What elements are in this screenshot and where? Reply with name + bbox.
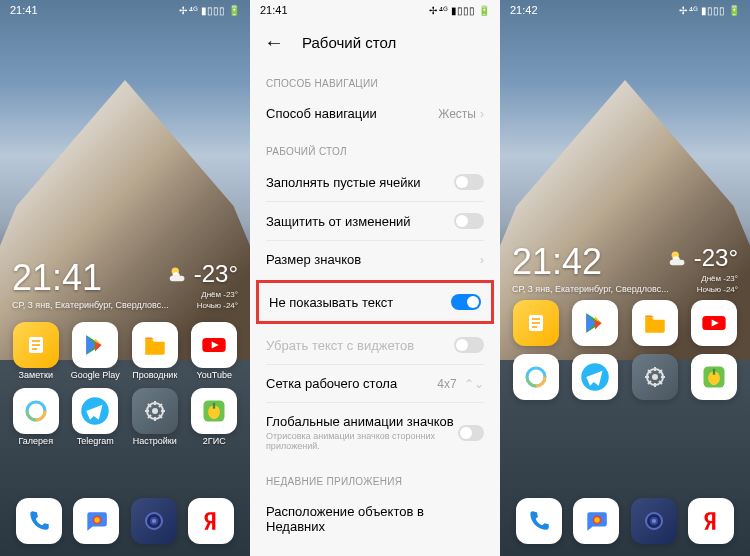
dock-ya[interactable] <box>688 498 734 544</box>
highlighted-row: Не показывать текст <box>256 280 494 324</box>
row-label: Сетка рабочего стола <box>266 376 397 391</box>
app-settings[interactable] <box>629 354 681 400</box>
dock-msg[interactable] <box>573 498 619 544</box>
notes-icon <box>513 300 559 346</box>
files-icon <box>132 322 178 368</box>
row-global-anim[interactable]: Глобальные анимации значков Отрисовка ан… <box>250 403 500 462</box>
row-recents-layout[interactable]: Расположение объектов в Недавних <box>250 493 500 538</box>
app-label: Проводник <box>132 370 177 380</box>
row-label: Не показывать текст <box>269 295 393 310</box>
app-play[interactable]: Google Play <box>70 322 122 380</box>
toggle-off[interactable] <box>458 425 484 441</box>
app-yt[interactable]: YouTube <box>189 322 241 380</box>
row-label: Расположение объектов в Недавних <box>266 504 484 534</box>
dock-cam[interactable] <box>131 498 177 544</box>
svg-rect-28 <box>713 369 715 375</box>
clock-date: СР, 3 янв, Екатеринбург, Свердловс... <box>512 284 669 294</box>
section-recents: НЕДАВНИЕ ПРИЛОЖЕНИЯ <box>250 462 500 493</box>
app-label: Telegram <box>77 436 114 446</box>
app-grid <box>510 300 740 400</box>
app-yt[interactable] <box>689 300 741 346</box>
app-grid: ЗаметкиGoogle PlayПроводникYouTubeГалере… <box>10 322 240 446</box>
yt-icon <box>691 300 737 346</box>
dock-phone[interactable] <box>16 498 62 544</box>
play-icon <box>572 300 618 346</box>
app-label: Галерея <box>18 436 53 446</box>
section-nav: СПОСОБ НАВИГАЦИИ <box>250 64 500 95</box>
app-notes[interactable] <box>510 300 562 346</box>
app-files[interactable] <box>629 300 681 346</box>
app-gallery[interactable]: Галерея <box>10 388 62 446</box>
weather-day: Днём -23° <box>167 290 238 299</box>
app-2gis[interactable] <box>689 354 741 400</box>
clock-date: СР, 3 янв, Екатеринбург, Свердловс... <box>12 300 169 310</box>
row-nav-method[interactable]: Способ навигации Жесты› <box>250 95 500 132</box>
settings-header: ← Рабочий стол <box>250 20 500 64</box>
dock <box>10 498 240 544</box>
weather-night: Ночью -24° <box>167 301 238 310</box>
clock-time: 21:42 <box>512 244 669 280</box>
updown-icon: ⌃⌄ <box>461 377 484 391</box>
svg-point-8 <box>152 408 158 414</box>
app-label: Google Play <box>71 370 120 380</box>
row-label: Защитить от изменений <box>266 214 411 229</box>
weather-temp: -23° <box>694 244 738 271</box>
row-sublabel: Отрисовка анимации значков сторонних при… <box>266 431 458 451</box>
status-time: 21:42 <box>510 4 538 16</box>
dock-phone[interactable] <box>516 498 562 544</box>
app-label: 2ГИС <box>203 436 226 446</box>
row-icon-size[interactable]: Размер значков › <box>250 241 500 278</box>
toggle-off[interactable] <box>454 174 484 190</box>
section-desktop: РАБОЧИЙ СТОЛ <box>250 132 500 163</box>
status-icons: ✢ ⁴ᴳ ▮▯▯▯ 🔋 <box>179 5 240 16</box>
phone-right-home: 21:42 ✢ ⁴ᴳ ▮▯▯▯ 🔋 21:42 СР, 3 янв, Екате… <box>500 0 750 556</box>
gallery-icon <box>13 388 59 434</box>
app-settings[interactable]: Настройки <box>129 388 181 446</box>
status-time: 21:41 <box>10 4 38 16</box>
row-grid[interactable]: Сетка рабочего стола 4x7 ⌃⌄ <box>250 365 500 402</box>
svg-point-30 <box>595 517 600 522</box>
app-2gis[interactable]: 2ГИС <box>189 388 241 446</box>
weather-widget[interactable]: -23° Днём -23° Ночью -24° <box>167 260 238 310</box>
clock-widget[interactable]: 21:42 СР, 3 янв, Екатеринбург, Свердловс… <box>512 244 669 294</box>
svg-point-13 <box>95 517 100 522</box>
row-fill-empty[interactable]: Заполнять пустые ячейки <box>250 163 500 201</box>
dock-cam[interactable] <box>631 498 677 544</box>
tg-icon <box>72 388 118 434</box>
svg-point-16 <box>152 519 156 523</box>
dock-msg[interactable] <box>73 498 119 544</box>
play-icon <box>72 322 118 368</box>
row-value: 4x7 <box>437 377 456 391</box>
app-notes[interactable]: Заметки <box>10 322 62 380</box>
app-files[interactable]: Проводник <box>129 322 181 380</box>
app-label: Заметки <box>19 370 53 380</box>
chevron-right-icon: › <box>480 107 484 121</box>
status-bar: 21:41 ✢ ⁴ᴳ ▮▯▯▯ 🔋 <box>0 0 250 20</box>
status-icons: ✢ ⁴ᴳ ▮▯▯▯ 🔋 <box>679 5 740 16</box>
toggle-off[interactable] <box>454 213 484 229</box>
app-tg[interactable] <box>570 354 622 400</box>
svg-point-25 <box>652 374 658 380</box>
svg-rect-11 <box>213 403 215 409</box>
toggle-on[interactable] <box>451 294 481 310</box>
back-icon[interactable]: ← <box>264 31 284 54</box>
status-time: 21:41 <box>260 4 288 16</box>
dock-ya[interactable] <box>188 498 234 544</box>
page-title: Рабочий стол <box>302 34 396 51</box>
toggle-disabled <box>454 337 484 353</box>
app-gallery[interactable] <box>510 354 562 400</box>
settings-icon <box>132 388 178 434</box>
2gis-icon <box>191 388 237 434</box>
row-label: Глобальные анимации значков <box>266 414 458 429</box>
weather-night: Ночью -24° <box>667 285 738 294</box>
phone-left-home: 21:41 ✢ ⁴ᴳ ▮▯▯▯ 🔋 21:41 СР, 3 янв, Екате… <box>0 0 250 556</box>
row-hide-text[interactable]: Не показывать текст <box>259 283 491 321</box>
tg-icon <box>572 354 618 400</box>
weather-icon <box>167 263 189 285</box>
app-tg[interactable]: Telegram <box>70 388 122 446</box>
row-protect[interactable]: Защитить от изменений <box>250 202 500 240</box>
app-play[interactable] <box>570 300 622 346</box>
weather-widget[interactable]: -23° Днём -23° Ночью -24° <box>667 244 738 294</box>
clock-widget[interactable]: 21:41 СР, 3 янв, Екатеринбург, Свердловс… <box>12 260 169 310</box>
chevron-right-icon: › <box>480 253 484 267</box>
